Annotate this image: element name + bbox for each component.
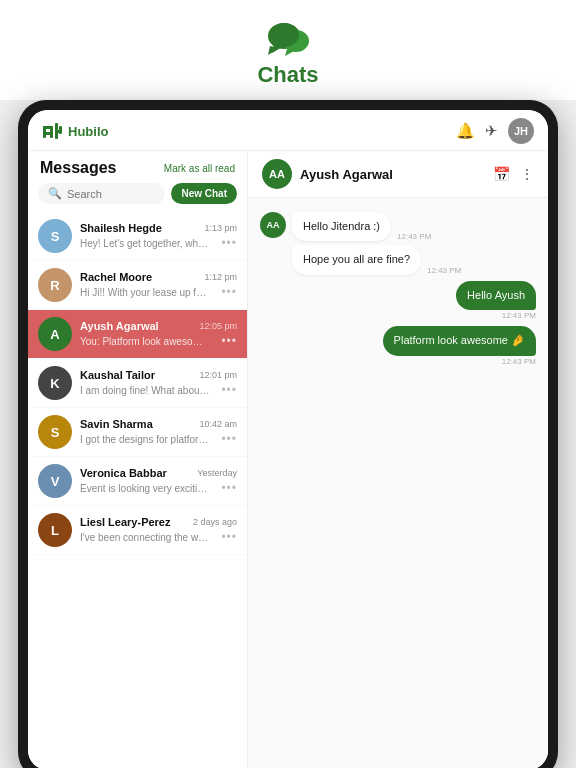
message-bubble: Platform look awesome 🤌 (383, 326, 536, 355)
svg-point-2 (269, 23, 299, 47)
chat-header: AA Ayush Agarwal 📅 ⋮ (248, 151, 548, 198)
main-content: Messages Mark as all read 🔍 New Chat S S (28, 151, 548, 768)
messages-title: Messages (40, 159, 117, 177)
chat-name: Liesl Leary-Perez (80, 516, 171, 528)
sent-message-wrapper: Hello Ayush12:43 PM (260, 281, 536, 320)
chat-header-left: AA Ayush Agarwal (262, 159, 393, 189)
message-row: Hope you all are fine?12:43 PM (292, 245, 461, 274)
received-avatar: AA (260, 212, 286, 238)
chat-avatar: R (38, 268, 72, 302)
chat-avatar: S (38, 219, 72, 253)
search-icon: 🔍 (48, 187, 62, 200)
chat-time: 10:42 am (199, 419, 237, 429)
send-icon[interactable]: ✈ (485, 122, 498, 140)
chat-name: Kaushal Tailor (80, 369, 155, 381)
chat-name: Shailesh Hegde (80, 222, 162, 234)
chat-logo-icon (264, 18, 312, 58)
top-bar-right: 🔔 ✈ JH (456, 118, 534, 144)
chat-info: Ayush Agarwal 12:05 pm You: Platform loo… (80, 320, 237, 348)
notification-icon[interactable]: 🔔 (456, 122, 475, 140)
message-bubble: Hello Ayush (456, 281, 536, 310)
messages-header: Messages Mark as all read (28, 151, 247, 183)
hubilo-logo-icon (42, 122, 64, 140)
more-options-icon[interactable]: ⋮ (520, 166, 534, 182)
chat-more-icon[interactable]: ••• (221, 530, 237, 544)
chat-preview: Hi Ji!! With your lease up for renew... (80, 287, 210, 298)
user-avatar[interactable]: JH (508, 118, 534, 144)
chat-preview: I got the designs for platform, will kee… (80, 434, 210, 445)
chat-time: 12:05 pm (199, 321, 237, 331)
message-bubble: Hello Jitendra :) (292, 212, 391, 241)
chat-info: Savin Sharma 10:42 am I got the designs … (80, 418, 237, 446)
chat-item[interactable]: L Liesl Leary-Perez 2 days ago I've been… (28, 506, 247, 555)
chat-info: Veronica Babbar Yesterday Event is looki… (80, 467, 237, 495)
new-chat-button[interactable]: New Chat (171, 183, 237, 204)
chat-contact-avatar: AA (262, 159, 292, 189)
brand-name: Hubilo (68, 124, 108, 139)
chat-item[interactable]: A Ayush Agarwal 12:05 pm You: Platform l… (28, 310, 247, 359)
svg-rect-6 (43, 132, 53, 135)
top-bar: Hubilo 🔔 ✈ JH (28, 110, 548, 151)
chat-name: Rachel Moore (80, 271, 152, 283)
top-bar-left: Hubilo (42, 122, 108, 140)
message-bubble: Hope you all are fine? (292, 245, 421, 274)
chat-info: Shailesh Hegde 1:13 pm Hey! Let's get to… (80, 222, 237, 250)
chat-name: Ayush Agarwal (80, 320, 159, 332)
messages-area: AAHello Jitendra :)12:43 PMHope you all … (248, 198, 548, 768)
hubilo-logo: Hubilo (42, 122, 108, 140)
chat-time: 1:12 pm (204, 272, 237, 282)
chat-item[interactable]: R Rachel Moore 1:12 pm Hi Ji!! With your… (28, 261, 247, 310)
chat-avatar: A (38, 317, 72, 351)
app-title: Chats (257, 62, 318, 88)
chat-preview: Hey! Let's get together, when are you fr… (80, 238, 210, 249)
chat-contact-name: Ayush Agarwal (300, 167, 393, 182)
chat-preview: You: Platform look awesome 🤌 (80, 336, 210, 347)
chat-time: 1:13 pm (204, 223, 237, 233)
received-message-group: AAHello Jitendra :)12:43 PMHope you all … (260, 212, 536, 275)
search-row: 🔍 New Chat (28, 183, 247, 212)
left-panel: Messages Mark as all read 🔍 New Chat S S (28, 151, 248, 768)
chat-item[interactable]: S Shailesh Hegde 1:13 pm Hey! Let's get … (28, 212, 247, 261)
right-panel: AA Ayush Agarwal 📅 ⋮ AAHello Jitendra :)… (248, 151, 548, 768)
chat-item[interactable]: K Kaushal Tailor 12:01 pm I am doing fin… (28, 359, 247, 408)
chat-header-right: 📅 ⋮ (493, 166, 534, 182)
chat-avatar: V (38, 464, 72, 498)
chat-time: Yesterday (197, 468, 237, 478)
sent-message-wrapper: Platform look awesome 🤌12:43 PM (260, 326, 536, 365)
chat-info: Rachel Moore 1:12 pm Hi Ji!! With your l… (80, 271, 237, 299)
chat-more-icon[interactable]: ••• (221, 285, 237, 299)
tablet-screen: Hubilo 🔔 ✈ JH Messages Mark as all read (28, 110, 548, 768)
chat-more-icon[interactable]: ••• (221, 481, 237, 495)
chat-name: Savin Sharma (80, 418, 153, 430)
chat-item[interactable]: S Savin Sharma 10:42 am I got the design… (28, 408, 247, 457)
svg-rect-9 (59, 126, 62, 134)
chat-avatar: L (38, 513, 72, 547)
message-row: Hello Jitendra :)12:43 PM (292, 212, 461, 241)
message-time: 12:43 PM (397, 232, 431, 241)
chat-more-icon[interactable]: ••• (221, 236, 237, 250)
search-input-wrap: 🔍 (38, 183, 165, 204)
search-input[interactable] (67, 188, 155, 200)
chat-list: S Shailesh Hegde 1:13 pm Hey! Let's get … (28, 212, 247, 768)
app-header: Chats (0, 0, 576, 100)
chat-preview: I am doing fine! What about you, Jite... (80, 385, 210, 396)
chat-preview: Event is looking very exciting 😍🙌 (80, 483, 210, 494)
calendar-icon[interactable]: 📅 (493, 166, 510, 182)
chat-time: 2 days ago (193, 517, 237, 527)
message-time: 12:43 PM (427, 266, 461, 275)
message-time: 12:43 PM (502, 311, 536, 320)
chat-more-icon[interactable]: ••• (221, 432, 237, 446)
chat-name: Veronica Babbar (80, 467, 167, 479)
chat-more-icon[interactable]: ••• (221, 334, 237, 348)
chat-more-icon[interactable]: ••• (221, 383, 237, 397)
message-time: 12:43 PM (502, 357, 536, 366)
chat-info: Kaushal Tailor 12:01 pm I am doing fine!… (80, 369, 237, 397)
chat-item[interactable]: V Veronica Babbar Yesterday Event is loo… (28, 457, 247, 506)
chat-avatar: S (38, 415, 72, 449)
tablet-frame: Hubilo 🔔 ✈ JH Messages Mark as all read (18, 100, 558, 768)
chat-time: 12:01 pm (199, 370, 237, 380)
chat-preview: I've been connecting the world through..… (80, 532, 210, 543)
mark-all-read-button[interactable]: Mark as all read (164, 163, 235, 174)
chat-avatar: K (38, 366, 72, 400)
chat-info: Liesl Leary-Perez 2 days ago I've been c… (80, 516, 237, 544)
